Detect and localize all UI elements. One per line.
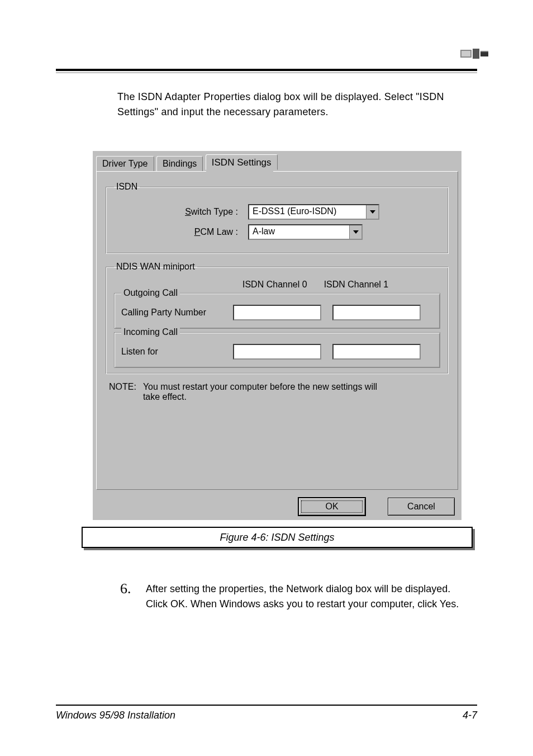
cancel-button[interactable]: Cancel	[388, 498, 455, 516]
combo-switch-type-value: E-DSS1 (Euro-ISDN)	[249, 205, 366, 219]
combo-pcm-law[interactable]: A-law	[248, 224, 363, 240]
figure-caption-bar: Figure 4-6: ISDN Settings	[82, 527, 473, 548]
subgroup-outgoing: Outgoing Call Calling Party Number	[114, 293, 440, 329]
svg-rect-1	[461, 51, 470, 56]
note-key: NOTE:	[109, 382, 136, 402]
step-6-body: After setting the properties, the Networ…	[146, 582, 460, 612]
header-rule	[56, 69, 477, 71]
row-switch-type: Switch Type : E-DSS1 (Euro-ISDN)	[114, 204, 440, 220]
input-outgoing-ch0[interactable]	[233, 305, 321, 320]
input-outgoing-ch1[interactable]	[332, 305, 421, 320]
input-incoming-ch1[interactable]	[332, 344, 421, 360]
col-header-channel-0: ISDN Channel 0	[242, 280, 307, 290]
footer-rule	[56, 705, 477, 706]
label-calling-party-number: Calling Party Number	[121, 308, 233, 318]
chevron-down-icon[interactable]	[366, 205, 378, 219]
input-incoming-ch0[interactable]	[233, 344, 321, 360]
intro-text: The ISDN Adapter Properties dialog box w…	[117, 89, 460, 120]
svg-marker-6	[353, 230, 359, 234]
note: NOTE: You must restart your computer bef…	[106, 382, 449, 402]
footer-title: Windows 95/98 Installation	[56, 710, 175, 721]
step-6: 6. After setting the properties, the Net…	[120, 582, 460, 612]
footer-page-number: 4-7	[463, 710, 477, 721]
group-miniport: NDIS WAN miniport ISDN Channel 0 ISDN Ch…	[106, 262, 449, 374]
tabstrip: Driver Type Bindings ISDN Settings	[96, 154, 458, 171]
isdn-properties-dialog: Driver Type Bindings ISDN Settings ISDN …	[93, 151, 461, 520]
svg-rect-2	[473, 49, 479, 59]
row-pcm-law: PCM Law : A-law	[114, 224, 440, 240]
figure-caption-text: Figure 4-6: ISDN Settings	[220, 532, 334, 544]
combo-pcm-law-value: A-law	[249, 225, 349, 239]
svg-rect-4	[480, 51, 488, 52]
dialog-screenshot: Driver Type Bindings ISDN Settings ISDN …	[93, 151, 461, 520]
step-6-number: 6.	[120, 582, 136, 612]
group-miniport-legend: NDIS WAN miniport	[114, 262, 197, 272]
label-listen-for: Listen for	[121, 347, 233, 357]
note-value: You must restart your computer before th…	[143, 382, 378, 402]
col-header-channel-1: ISDN Channel 1	[324, 280, 389, 290]
label-switch-type: Switch Type :	[114, 207, 248, 217]
group-isdn-legend: ISDN	[114, 182, 140, 192]
subgroup-incoming: Incoming Call Listen for	[114, 332, 440, 368]
miniport-column-headers: ISDN Channel 0 ISDN Channel 1	[242, 280, 440, 290]
group-isdn: ISDN Switch Type : E-DSS1 (Euro-ISDN)	[106, 182, 449, 254]
chevron-down-icon[interactable]	[349, 225, 361, 239]
svg-marker-5	[370, 210, 375, 214]
tab-bindings[interactable]: Bindings	[156, 156, 203, 172]
corner-device-icon	[460, 48, 488, 60]
tab-driver-type[interactable]: Driver Type	[96, 156, 154, 172]
tab-body: ISDN Switch Type : E-DSS1 (Euro-ISDN)	[96, 171, 458, 490]
subgroup-incoming-legend: Incoming Call	[121, 327, 180, 337]
label-pcm-law: PCM Law :	[114, 227, 248, 237]
dialog-buttons: OK Cancel	[298, 498, 455, 516]
tab-isdn-settings[interactable]: ISDN Settings	[206, 154, 278, 170]
combo-switch-type[interactable]: E-DSS1 (Euro-ISDN)	[248, 204, 379, 220]
ok-button[interactable]: OK	[298, 498, 365, 516]
subgroup-outgoing-legend: Outgoing Call	[121, 288, 180, 298]
